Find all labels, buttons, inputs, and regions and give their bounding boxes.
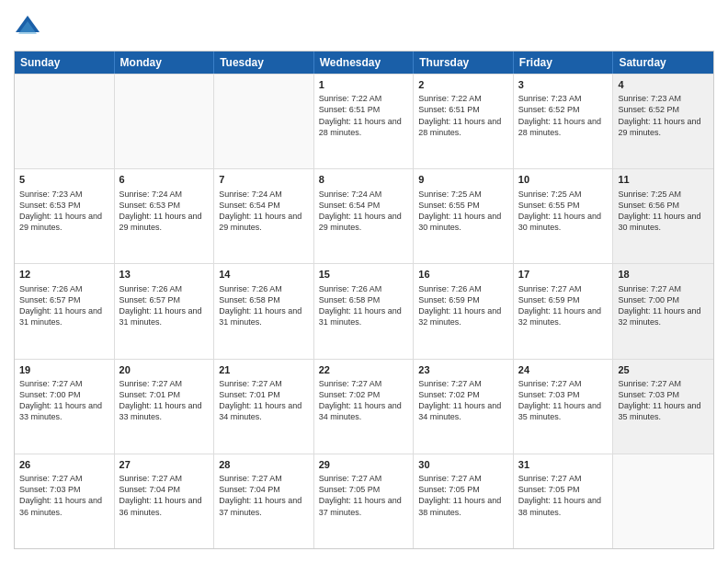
calendar-cell: 22Sunrise: 7:27 AM Sunset: 7:02 PM Dayli… [314,360,415,454]
weekday-header: Tuesday [214,52,314,74]
calendar-cell: 9Sunrise: 7:25 AM Sunset: 6:55 PM Daylig… [414,169,514,263]
cell-info: Sunrise: 7:27 AM Sunset: 7:03 PM Dayligh… [19,473,109,518]
cell-info: Sunrise: 7:27 AM Sunset: 7:05 PM Dayligh… [418,473,508,518]
weekday-header: Saturday [613,52,713,74]
calendar-cell: 28Sunrise: 7:27 AM Sunset: 7:04 PM Dayli… [214,454,314,548]
calendar-row: 26Sunrise: 7:27 AM Sunset: 7:03 PM Dayli… [15,454,713,548]
calendar-cell: 6Sunrise: 7:24 AM Sunset: 6:53 PM Daylig… [115,169,215,263]
day-number: 4 [618,78,709,91]
cell-info: Sunrise: 7:27 AM Sunset: 7:05 PM Dayligh… [518,473,609,518]
day-number: 6 [119,173,210,186]
weekday-header: Monday [115,52,215,74]
day-number: 21 [219,363,309,376]
cell-info: Sunrise: 7:27 AM Sunset: 7:05 PM Dayligh… [319,473,409,518]
calendar-cell: 30Sunrise: 7:27 AM Sunset: 7:05 PM Dayli… [414,454,514,548]
calendar-cell: 7Sunrise: 7:24 AM Sunset: 6:54 PM Daylig… [214,169,314,263]
cell-info: Sunrise: 7:24 AM Sunset: 6:54 PM Dayligh… [319,189,409,234]
calendar-cell: 15Sunrise: 7:26 AM Sunset: 6:58 PM Dayli… [314,264,415,358]
day-number: 8 [319,173,409,186]
calendar-cell: 2Sunrise: 7:22 AM Sunset: 6:51 PM Daylig… [414,75,514,168]
day-number: 26 [19,458,109,471]
calendar-cell: 3Sunrise: 7:23 AM Sunset: 6:52 PM Daylig… [514,75,614,168]
day-number: 23 [418,363,508,376]
cell-info: Sunrise: 7:24 AM Sunset: 6:54 PM Dayligh… [219,189,309,234]
cell-info: Sunrise: 7:25 AM Sunset: 6:55 PM Dayligh… [518,189,609,234]
cell-info: Sunrise: 7:25 AM Sunset: 6:55 PM Dayligh… [418,189,508,234]
day-number: 24 [518,363,609,376]
day-number: 20 [119,363,210,376]
cell-info: Sunrise: 7:27 AM Sunset: 7:01 PM Dayligh… [119,378,210,423]
day-number: 29 [319,458,409,471]
calendar-cell: 10Sunrise: 7:25 AM Sunset: 6:55 PM Dayli… [514,169,614,263]
day-number: 25 [618,363,709,376]
calendar-cell: 11Sunrise: 7:25 AM Sunset: 6:56 PM Dayli… [613,169,713,263]
calendar-cell: 23Sunrise: 7:27 AM Sunset: 7:02 PM Dayli… [414,360,514,454]
calendar-row: 12Sunrise: 7:26 AM Sunset: 6:57 PM Dayli… [15,263,713,358]
cell-info: Sunrise: 7:27 AM Sunset: 6:59 PM Dayligh… [518,283,609,328]
page: SundayMondayTuesdayWednesdayThursdayFrid… [0,0,728,563]
calendar-cell: 25Sunrise: 7:27 AM Sunset: 7:03 PM Dayli… [613,360,713,454]
cell-info: Sunrise: 7:23 AM Sunset: 6:52 PM Dayligh… [618,93,709,138]
calendar-cell: 1Sunrise: 7:22 AM Sunset: 6:51 PM Daylig… [314,75,415,168]
calendar-cell: 20Sunrise: 7:27 AM Sunset: 7:01 PM Dayli… [115,360,215,454]
cell-info: Sunrise: 7:22 AM Sunset: 6:51 PM Dayligh… [418,93,508,138]
weekday-header: Wednesday [314,52,415,74]
day-number: 3 [518,78,609,91]
cell-info: Sunrise: 7:27 AM Sunset: 7:00 PM Dayligh… [618,283,709,328]
cell-info: Sunrise: 7:27 AM Sunset: 7:04 PM Dayligh… [119,473,210,518]
weekday-header: Friday [514,52,614,74]
calendar-cell: 8Sunrise: 7:24 AM Sunset: 6:54 PM Daylig… [314,169,415,263]
calendar-row: 1Sunrise: 7:22 AM Sunset: 6:51 PM Daylig… [15,74,713,168]
calendar-cell: 5Sunrise: 7:23 AM Sunset: 6:53 PM Daylig… [15,169,115,263]
weekday-header: Sunday [15,52,115,74]
day-number: 2 [418,78,508,91]
calendar-cell: 26Sunrise: 7:27 AM Sunset: 7:03 PM Dayli… [15,454,115,548]
day-number: 7 [219,173,309,186]
calendar-cell: 17Sunrise: 7:27 AM Sunset: 6:59 PM Dayli… [514,264,614,358]
day-number: 10 [518,173,609,186]
day-number: 19 [19,363,109,376]
day-number: 17 [518,268,609,281]
day-number: 14 [219,268,309,281]
calendar-cell: 4Sunrise: 7:23 AM Sunset: 6:52 PM Daylig… [613,75,713,168]
day-number: 31 [518,458,609,471]
cell-info: Sunrise: 7:24 AM Sunset: 6:53 PM Dayligh… [119,189,210,234]
cell-info: Sunrise: 7:25 AM Sunset: 6:56 PM Dayligh… [618,189,709,234]
cell-info: Sunrise: 7:27 AM Sunset: 7:02 PM Dayligh… [319,378,409,423]
calendar-cell: 19Sunrise: 7:27 AM Sunset: 7:00 PM Dayli… [15,360,115,454]
cell-info: Sunrise: 7:27 AM Sunset: 7:02 PM Dayligh… [418,378,508,423]
day-number: 16 [418,268,508,281]
day-number: 28 [219,458,309,471]
calendar-row: 5Sunrise: 7:23 AM Sunset: 6:53 PM Daylig… [15,168,713,263]
day-number: 18 [618,268,709,281]
day-number: 12 [19,268,109,281]
calendar-cell: 31Sunrise: 7:27 AM Sunset: 7:05 PM Dayli… [514,454,614,548]
calendar-cell: 16Sunrise: 7:26 AM Sunset: 6:59 PM Dayli… [414,264,514,358]
calendar-cell [15,75,115,168]
calendar-cell: 21Sunrise: 7:27 AM Sunset: 7:01 PM Dayli… [214,360,314,454]
header [14,14,714,41]
calendar-cell [115,75,215,168]
day-number: 5 [19,173,109,186]
cell-info: Sunrise: 7:26 AM Sunset: 6:58 PM Dayligh… [219,283,309,328]
cell-info: Sunrise: 7:27 AM Sunset: 7:04 PM Dayligh… [219,473,309,518]
cell-info: Sunrise: 7:26 AM Sunset: 6:57 PM Dayligh… [19,283,109,328]
cell-info: Sunrise: 7:27 AM Sunset: 7:01 PM Dayligh… [219,378,309,423]
day-number: 15 [319,268,409,281]
cell-info: Sunrise: 7:27 AM Sunset: 7:03 PM Dayligh… [618,378,709,423]
day-number: 11 [618,173,709,186]
calendar-cell: 14Sunrise: 7:26 AM Sunset: 6:58 PM Dayli… [214,264,314,358]
day-number: 1 [319,78,409,91]
weekday-header: Thursday [414,52,514,74]
calendar-cell: 27Sunrise: 7:27 AM Sunset: 7:04 PM Dayli… [115,454,215,548]
cell-info: Sunrise: 7:26 AM Sunset: 6:58 PM Dayligh… [319,283,409,328]
day-number: 13 [119,268,210,281]
calendar-cell: 18Sunrise: 7:27 AM Sunset: 7:00 PM Dayli… [613,264,713,358]
calendar-row: 19Sunrise: 7:27 AM Sunset: 7:00 PM Dayli… [15,359,713,454]
cell-info: Sunrise: 7:23 AM Sunset: 6:53 PM Dayligh… [19,189,109,234]
calendar-cell [613,454,713,548]
day-number: 30 [418,458,508,471]
day-number: 9 [418,173,508,186]
logo [14,14,45,41]
calendar-body: 1Sunrise: 7:22 AM Sunset: 6:51 PM Daylig… [15,74,713,548]
